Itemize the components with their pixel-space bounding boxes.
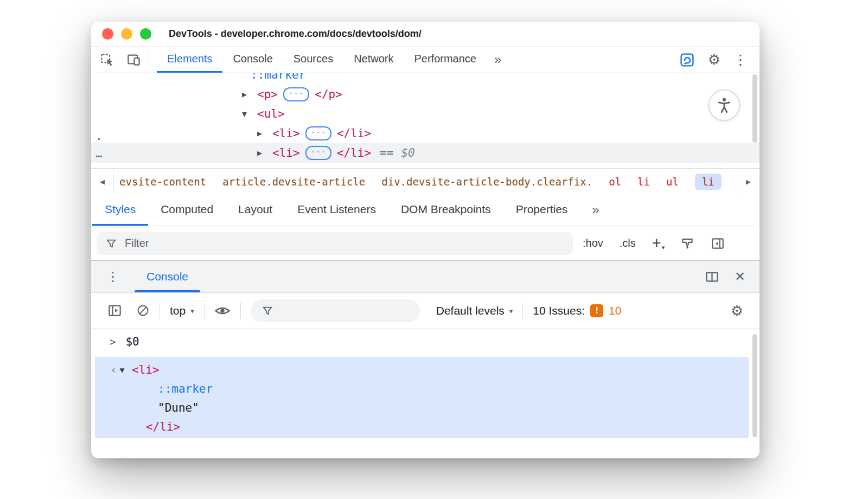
tree-row-p[interactable]: ▶<p>···</p> bbox=[91, 85, 760, 104]
open-tag[interactable]: <p> bbox=[257, 88, 278, 101]
caret-down-icon: ▾ bbox=[190, 307, 194, 315]
plus-caret-icon: ▾ bbox=[662, 245, 665, 251]
clipped-text-fragment: . bbox=[95, 130, 103, 143]
inspect-element-icon[interactable] bbox=[100, 53, 114, 67]
close-window-button[interactable] bbox=[102, 28, 113, 40]
issues-counter[interactable]: 10 Issues: ! 10 bbox=[533, 304, 621, 317]
close-tag[interactable]: </li> bbox=[146, 420, 180, 433]
breadcrumb-item[interactable]: div.devsite-article-body.clearfix. bbox=[381, 176, 592, 188]
more-style-tabs-icon[interactable]: » bbox=[584, 202, 607, 217]
toggle-sidebar-dock-icon[interactable] bbox=[711, 236, 725, 251]
accessibility-button[interactable] bbox=[709, 89, 740, 121]
tree-scrollbar[interactable] bbox=[752, 74, 757, 143]
styles-filter-row: :hov .cls +▾ bbox=[91, 226, 760, 260]
tab-network[interactable]: Network bbox=[343, 47, 404, 73]
clear-console-icon[interactable] bbox=[136, 304, 150, 317]
console-settings-gear-icon[interactable]: ⚙ bbox=[731, 304, 743, 318]
tree-row-li-selected[interactable]: ▶<li>···</li>==$0 bbox=[91, 143, 760, 163]
tab-console[interactable]: Console bbox=[222, 47, 283, 73]
cls-toggle-button[interactable]: .cls bbox=[620, 237, 636, 250]
caret-down-icon: ▾ bbox=[509, 307, 513, 315]
settings-gear-icon[interactable]: ⚙ bbox=[708, 53, 720, 67]
tab-properties[interactable]: Properties bbox=[503, 194, 580, 226]
tab-sources[interactable]: Sources bbox=[283, 47, 343, 73]
breadcrumb-item-selected[interactable]: li bbox=[695, 174, 722, 190]
console-command-row[interactable]: > $0 bbox=[91, 329, 760, 355]
breadcrumb-item[interactable]: li bbox=[637, 176, 650, 188]
more-tabs-icon[interactable]: » bbox=[487, 47, 509, 73]
result-line-close[interactable]: </li> bbox=[95, 417, 749, 436]
hov-toggle-button[interactable]: :hov bbox=[583, 237, 603, 250]
traffic-lights bbox=[102, 28, 151, 40]
console-drawer-header: ⋮ Console ✕ bbox=[91, 260, 760, 293]
tab-computed[interactable]: Computed bbox=[148, 194, 226, 226]
collapse-arrow-icon[interactable]: ▼ bbox=[120, 366, 132, 374]
issues-count: 10 bbox=[609, 304, 621, 317]
tab-styles[interactable]: Styles bbox=[92, 194, 148, 226]
drawer-menu-kebab-icon[interactable]: ⋮ bbox=[106, 269, 119, 284]
inline-expand-button[interactable]: ··· bbox=[283, 87, 309, 101]
result-line-open[interactable]: ‹·▼<li> bbox=[95, 360, 749, 379]
toolbar-divider bbox=[149, 52, 149, 67]
open-tag[interactable]: <li> bbox=[272, 146, 300, 159]
tree-row-li-1[interactable]: ▶<li>···</li> bbox=[91, 124, 760, 143]
font-editor-brush-icon[interactable] bbox=[680, 236, 694, 251]
main-menu-kebab-icon[interactable]: ⋮ bbox=[733, 53, 748, 67]
tab-dom-breakpoints[interactable]: DOM Breakpoints bbox=[388, 194, 503, 226]
elements-dom-tree: ::marker ▶<p>···</p> ▼<ul> ▶<li>···</li>… bbox=[91, 73, 760, 168]
tab-elements[interactable]: Elements bbox=[157, 47, 222, 73]
expand-arrow-icon[interactable]: ▶ bbox=[257, 148, 272, 158]
console-toolbar: top ▾ Default levels ▾ 10 Issues: ! 10 ⚙ bbox=[91, 293, 760, 329]
context-selector[interactable]: top ▾ bbox=[170, 304, 194, 317]
zoom-window-button[interactable] bbox=[140, 28, 151, 40]
open-tag[interactable]: <li> bbox=[132, 363, 159, 376]
close-tag[interactable]: </li> bbox=[337, 127, 371, 140]
console-filter-field[interactable] bbox=[251, 299, 420, 322]
styles-filter-field[interactable] bbox=[97, 232, 573, 255]
equals-sign: == bbox=[380, 146, 393, 159]
toolbar-divider bbox=[204, 303, 205, 319]
console-log: > $0 ‹·▼<li> ::marker "Dune" </li> bbox=[91, 329, 760, 458]
console-result-highlighted[interactable]: ‹·▼<li> ::marker "Dune" </li> bbox=[95, 357, 749, 438]
pseudo-element-label[interactable]: ::marker bbox=[251, 73, 305, 81]
default-levels-dropdown[interactable]: Default levels ▾ bbox=[436, 304, 513, 317]
close-drawer-icon[interactable]: ✕ bbox=[735, 269, 745, 284]
sync-panel-icon[interactable] bbox=[679, 52, 695, 68]
breadcrumb-item[interactable]: ol bbox=[609, 176, 621, 188]
split-panel-icon[interactable] bbox=[705, 270, 719, 284]
issues-warning-icon: ! bbox=[590, 304, 603, 317]
open-tag[interactable]: <li> bbox=[272, 127, 300, 140]
tab-layout[interactable]: Layout bbox=[226, 194, 285, 226]
toolbar-divider bbox=[522, 303, 523, 319]
breadcrumb-scroll-right-icon[interactable]: ▶ bbox=[737, 169, 760, 194]
styles-filter-input[interactable] bbox=[125, 237, 564, 250]
new-style-rule-button[interactable]: +▾ bbox=[652, 235, 664, 251]
device-toolbar-icon[interactable] bbox=[126, 53, 141, 67]
close-tag[interactable]: </p> bbox=[315, 88, 342, 101]
tab-performance[interactable]: Performance bbox=[404, 47, 487, 73]
close-tag[interactable]: </li> bbox=[337, 146, 371, 159]
tree-row-marker-clipped[interactable]: ::marker bbox=[91, 73, 760, 85]
console-sidebar-toggle-icon[interactable] bbox=[107, 303, 122, 318]
breadcrumb-item[interactable]: evsite-content bbox=[119, 176, 206, 188]
result-line-text[interactable]: "Dune" bbox=[95, 398, 749, 417]
expand-arrow-icon[interactable]: ▶ bbox=[257, 129, 272, 138]
pseudo-element-label[interactable]: ::marker bbox=[158, 382, 213, 395]
tab-event-listeners[interactable]: Event Listeners bbox=[285, 194, 388, 226]
tree-row-ul[interactable]: ▼<ul> bbox=[91, 104, 760, 124]
live-expression-eye-icon[interactable] bbox=[214, 305, 231, 317]
breadcrumb-scroll-left-icon[interactable]: ◀ bbox=[91, 169, 114, 194]
collapse-arrow-icon[interactable]: ▼ bbox=[242, 109, 257, 119]
open-tag[interactable]: <ul> bbox=[257, 107, 285, 120]
inline-expand-button[interactable]: ··· bbox=[305, 146, 331, 160]
console-drawer-tab[interactable]: Console bbox=[132, 261, 202, 292]
console-scrollbar[interactable] bbox=[752, 334, 757, 437]
minimize-window-button[interactable] bbox=[121, 28, 132, 40]
breadcrumb-item[interactable]: article.devsite-article bbox=[222, 176, 365, 188]
breadcrumb-item[interactable]: ul bbox=[666, 176, 679, 188]
plus-label: + bbox=[652, 235, 661, 251]
main-toolbar: Elements Console Sources Network Perform… bbox=[91, 47, 760, 73]
result-line-marker[interactable]: ::marker bbox=[95, 379, 749, 398]
inline-expand-button[interactable]: ··· bbox=[305, 126, 331, 140]
expand-arrow-icon[interactable]: ▶ bbox=[242, 89, 257, 99]
